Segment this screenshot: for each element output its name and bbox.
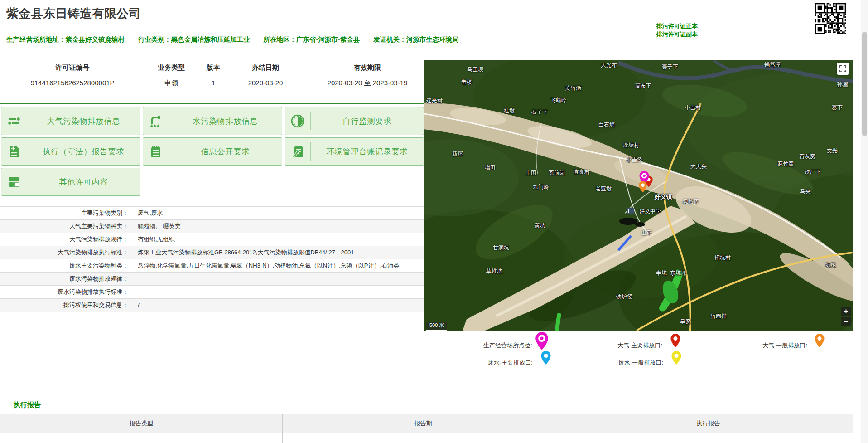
row-value	[133, 286, 424, 299]
report-table: 报告类型 报告期 执行报告 月报 2020年01月月报表 执行报告文档	[0, 414, 853, 443]
row-label: 排污权使用和交易信息：	[0, 299, 133, 312]
water-main-pin-icon	[540, 351, 551, 365]
map-scale-bar: 500 米	[426, 322, 447, 331]
report-header-row: 报告类型 报告期 执行报告	[0, 414, 853, 433]
row-label: 大气污染物排放规律：	[0, 233, 133, 246]
report-period-header: 报告期	[283, 414, 564, 433]
air-emission-icon	[1, 114, 27, 128]
info-disclosure-button[interactable]: 信息公开要求	[143, 137, 282, 166]
water-general-pin-icon	[671, 351, 682, 365]
qr-code	[815, 3, 846, 34]
table-row: 废水污染物排放执行标准：	[0, 286, 424, 299]
map-legend: 生产经营场所点位: 大气-主要排放口: 大气-一般排放口: 废水-主要排放口: …	[424, 331, 853, 374]
validity-header: 有效期限	[302, 63, 433, 72]
scrollbar-thumb[interactable]	[862, 32, 867, 136]
air-general-outlet-pin[interactable]	[638, 180, 647, 193]
ledger-record-icon	[285, 145, 310, 158]
permit-no-header: 许可证编号	[0, 63, 145, 72]
address-item: 生产经营场所地址：紫金县好义镇鹿塘村	[6, 35, 125, 44]
satellite-map[interactable]: 马王坝老楼远光村社墩石子下飞鹅岭黄竹沥大光布寨子下锅笃潭孙屋高布下白石塘小吉村寨…	[424, 60, 853, 331]
table-row: 废水污染物排放规律：	[0, 273, 424, 286]
other-permit-icon	[1, 175, 27, 188]
air-general-pin-icon	[814, 333, 825, 348]
ledger-record-button[interactable]: 环境管理台账记录要求	[285, 137, 424, 166]
table-row: 主要污染物类别：废气,废水	[0, 207, 424, 220]
nav-button-label: 环境管理台账记录要求	[311, 146, 424, 157]
nav-button-label: 大气污染物排放信息	[27, 116, 140, 127]
permit-copy-link[interactable]: 排污许可证副本	[656, 30, 698, 39]
industry-item: 行业类别：黑色金属冶炼和压延加工业	[138, 35, 250, 44]
version-value: 1	[198, 79, 229, 88]
pollutant-details-table: 主要污染物类别：废气,废水 大气主要污染物种类：颗粒物,二噁英类 大气污染物排放…	[0, 206, 424, 312]
authority-item: 发证机关：河源市生态环境局	[373, 35, 459, 44]
table-row: 废水主要污染物种类：悬浮物,化学需氧量,五日生化需氧量,氨氮（NH3-N）,动植…	[0, 259, 424, 273]
compliance-report-button[interactable]: 执行（守法）报告要求	[1, 137, 140, 166]
business-type-value: 申领	[145, 79, 198, 88]
section-divider	[0, 103, 424, 104]
fullscreen-icon	[839, 65, 847, 73]
nav-button-label: 信息公开要求	[169, 146, 282, 157]
air-main-pin-icon	[670, 333, 681, 348]
company-info-line: 生产经营场所地址：紫金县好义镇鹿塘村 行业类别：黑色金属冶炼和压延加工业 所在地…	[6, 35, 459, 44]
legend-water-main-label: 废水-主要排放口:	[488, 359, 533, 367]
version-header: 版本	[198, 63, 229, 72]
site-pin-icon	[535, 331, 549, 351]
report-type-cell: 月报	[0, 433, 283, 443]
legend-site-label: 生产经营场所点位:	[483, 341, 532, 350]
nav-button-label: 自行监测要求	[311, 116, 424, 127]
row-value: 炼钢工业大气污染物排放标准GB 28664-2012,大气污染物排放限值DB44…	[133, 246, 424, 259]
fullscreen-button[interactable]	[837, 63, 849, 75]
self-monitoring-icon	[285, 114, 310, 128]
completion-date-value: 2020-03-20	[229, 79, 302, 88]
info-disclosure-icon	[143, 145, 169, 158]
legend-air-main-label: 大气-主要排放口:	[617, 341, 662, 350]
page-scrollbar[interactable]	[861, 0, 868, 443]
nav-button-label: 执行（守法）报告要求	[27, 146, 140, 157]
zoom-in-button[interactable]: +	[841, 307, 851, 316]
legend-air-general-label: 大气-一般排放口:	[762, 341, 807, 350]
permit-no-value: 914416215626252800001P	[0, 79, 145, 88]
nav-button-grid: 大气污染物排放信息 水污染物排放信息 自行监测要求 执行（守法）报告要求 信息公…	[1, 107, 424, 196]
business-type-header: 业务类型	[145, 63, 198, 72]
compliance-report-icon	[1, 145, 27, 158]
row-label: 大气主要污染物种类：	[0, 220, 133, 233]
other-permit-button[interactable]: 其他许可内容	[1, 168, 140, 196]
report-doc-header: 执行报告	[564, 414, 853, 433]
row-value: 悬浮物,化学需氧量,五日生化需氧量,氨氮（NH3-N）,动植物油,总氮（以N计）…	[133, 259, 424, 273]
report-type-header: 报告类型	[0, 414, 283, 433]
nav-button-label: 水污染物排放信息	[169, 116, 282, 127]
row-label: 废水污染物排放执行标准：	[0, 286, 133, 299]
row-value: 有组织,无组织	[133, 233, 424, 246]
water-emission-button[interactable]: 水污染物排放信息	[143, 107, 282, 135]
nav-button-label: 其他许可内容	[27, 177, 140, 187]
map-terrain	[424, 60, 853, 331]
table-row: 大气污染物排放执行标准：炼钢工业大气污染物排放标准GB 28664-2012,大…	[0, 246, 424, 259]
zoom-out-button[interactable]: −	[841, 317, 851, 326]
water-emission-icon	[143, 114, 169, 128]
report-doc-cell: 执行报告文档	[564, 433, 853, 443]
row-label: 废水污染物排放规律：	[0, 273, 133, 286]
permit-original-link[interactable]: 排污许可证正本	[656, 22, 698, 30]
row-value: /	[133, 299, 424, 312]
row-value: 颗粒物,二噁英类	[133, 220, 424, 233]
report-row: 月报 2020年01月月报表 执行报告文档	[0, 433, 853, 443]
table-row: 排污权使用和交易信息：/	[0, 299, 424, 312]
row-label: 主要污染物类别：	[0, 207, 133, 220]
report-period-cell: 2020年01月月报表	[283, 433, 564, 443]
page-title: 紫金县东日铸造有限公司	[6, 5, 141, 22]
school-poi-icon	[627, 208, 634, 214]
air-emission-button[interactable]: 大气污染物排放信息	[1, 107, 140, 135]
table-row: 大气主要污染物种类：颗粒物,二噁英类	[0, 220, 424, 233]
report-section-heading: 执行报告	[14, 401, 41, 409]
permit-summary: 许可证编号 业务类型 版本 办结日期 有效期限 9144162156262528…	[0, 63, 433, 88]
table-row: 大气污染物排放规律：有组织,无组织	[0, 233, 424, 246]
region-item: 所在地区：广东省-河源市-紫金县	[264, 35, 360, 44]
legend-water-general-label: 废水-一般排放口:	[618, 359, 663, 367]
completion-date-header: 办结日期	[229, 63, 302, 72]
row-label: 废水主要污染物种类：	[0, 259, 133, 273]
row-value	[133, 273, 424, 286]
row-label: 大气污染物排放执行标准：	[0, 246, 133, 259]
self-monitoring-button[interactable]: 自行监测要求	[285, 107, 424, 135]
cert-links: 排污许可证正本 排污许可证副本	[656, 22, 698, 39]
row-value: 废气,废水	[133, 207, 424, 220]
